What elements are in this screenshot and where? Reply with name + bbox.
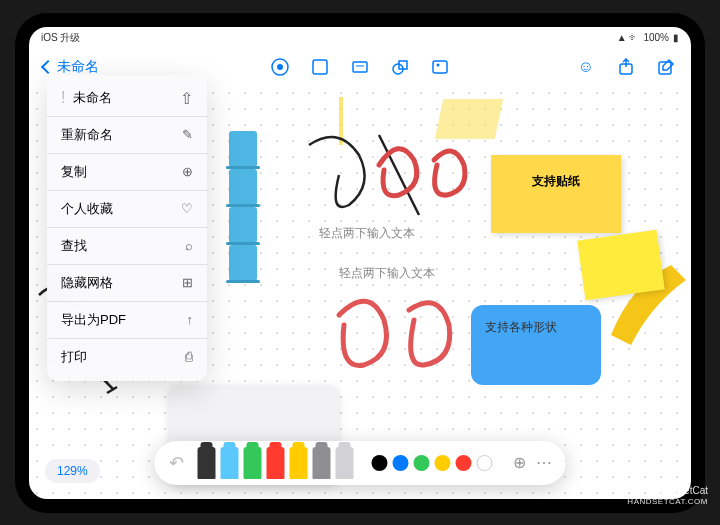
color-swatch[interactable] — [414, 455, 430, 471]
text-placeholder-1[interactable]: 轻点两下输入文本 — [319, 225, 415, 242]
sticky-note-yellow[interactable]: 支持贴纸 — [491, 155, 621, 233]
menu-item-2[interactable]: 个人收藏♡ — [47, 190, 207, 227]
menu-item-6[interactable]: 打印⎙ — [47, 338, 207, 375]
chevron-left-icon — [41, 59, 55, 73]
menu-header: ! 未命名 ⇧ — [47, 81, 207, 116]
photo-icon[interactable] — [429, 56, 451, 78]
menu-item-5[interactable]: 导出为PDF↑ — [47, 301, 207, 338]
exclamation-icon: ! — [61, 89, 65, 107]
nav-right: ☺ — [575, 56, 677, 78]
shapes-icon[interactable] — [389, 56, 411, 78]
menu-item-4[interactable]: 隐藏网格⊞ — [47, 264, 207, 301]
color-swatches — [372, 455, 493, 471]
svg-point-8 — [437, 63, 440, 66]
back-label: 未命名 — [57, 58, 99, 76]
drawing-tool[interactable] — [198, 447, 216, 479]
battery-text: 100% — [643, 32, 669, 43]
blue-rounded-shape[interactable]: 支持各种形状 — [471, 305, 601, 385]
highlighter-mark — [339, 97, 343, 145]
menu-item-0[interactable]: 重新命名✎ — [47, 116, 207, 153]
color-swatch[interactable] — [393, 455, 409, 471]
compose-icon[interactable] — [655, 56, 677, 78]
highlighter-mark — [435, 99, 504, 139]
battery-icon: ▮ — [673, 32, 679, 43]
menu-title: 未命名 — [73, 89, 172, 107]
color-swatch[interactable] — [456, 455, 472, 471]
text-box-icon[interactable] — [349, 56, 371, 78]
screen: iOS 升级 ▲ ᯤ 100% ▮ 未命名 ☺ 轻点两下输入文本 — [29, 27, 691, 499]
bamboo-drawing — [229, 131, 257, 291]
menu-item-3[interactable]: 查找⌕ — [47, 227, 207, 264]
context-menu: ! 未命名 ⇧ 重新命名✎复制⊕个人收藏♡查找⌕隐藏网格⊞导出为PDF↑打印⎙ — [47, 75, 207, 381]
drawing-tool[interactable] — [221, 447, 239, 479]
watermark: HandsetCat HANDSETCAT.COM — [627, 484, 708, 507]
sticky-note-yellow-2[interactable] — [577, 229, 665, 300]
drawing-tool[interactable] — [290, 447, 308, 479]
pen-tool-icon[interactable] — [269, 56, 291, 78]
nav-center-tools — [269, 56, 451, 78]
tool-palette: ↶ ⊕ ⋯ — [155, 441, 566, 485]
drawing-tool[interactable] — [244, 447, 262, 479]
status-bar: iOS 升级 ▲ ᯤ 100% ▮ — [29, 27, 691, 49]
svg-rect-3 — [353, 62, 367, 72]
color-swatch[interactable] — [477, 455, 493, 471]
back-button[interactable]: 未命名 — [43, 58, 99, 76]
text-placeholder-2[interactable]: 轻点两下输入文本 — [339, 265, 435, 282]
color-swatch[interactable] — [435, 455, 451, 471]
sticky-note-icon[interactable] — [309, 56, 331, 78]
status-right: ▲ ᯤ 100% ▮ — [617, 31, 679, 45]
share-icon-small[interactable]: ⇧ — [180, 89, 193, 108]
add-color-button[interactable]: ⊕ — [513, 453, 526, 472]
wifi-icon: ▲ ᯤ — [617, 32, 640, 43]
menu-item-1[interactable]: 复制⊕ — [47, 153, 207, 190]
status-left-text: iOS 升级 — [41, 31, 80, 45]
color-swatch[interactable] — [372, 455, 388, 471]
ipad-frame: iOS 升级 ▲ ᯤ 100% ▮ 未命名 ☺ 轻点两下输入文本 — [15, 13, 705, 513]
share-icon[interactable] — [615, 56, 637, 78]
zoom-indicator[interactable]: 129% — [45, 459, 100, 483]
svg-rect-2 — [313, 60, 327, 74]
drawing-tool[interactable] — [313, 447, 331, 479]
drawing-tool[interactable] — [336, 447, 354, 479]
svg-rect-7 — [433, 61, 447, 73]
drawing-tool[interactable] — [267, 447, 285, 479]
undo-button[interactable]: ↶ — [169, 452, 184, 474]
more-button[interactable]: ⋯ — [536, 453, 552, 472]
emoji-icon[interactable]: ☺ — [575, 56, 597, 78]
svg-point-1 — [277, 64, 283, 70]
